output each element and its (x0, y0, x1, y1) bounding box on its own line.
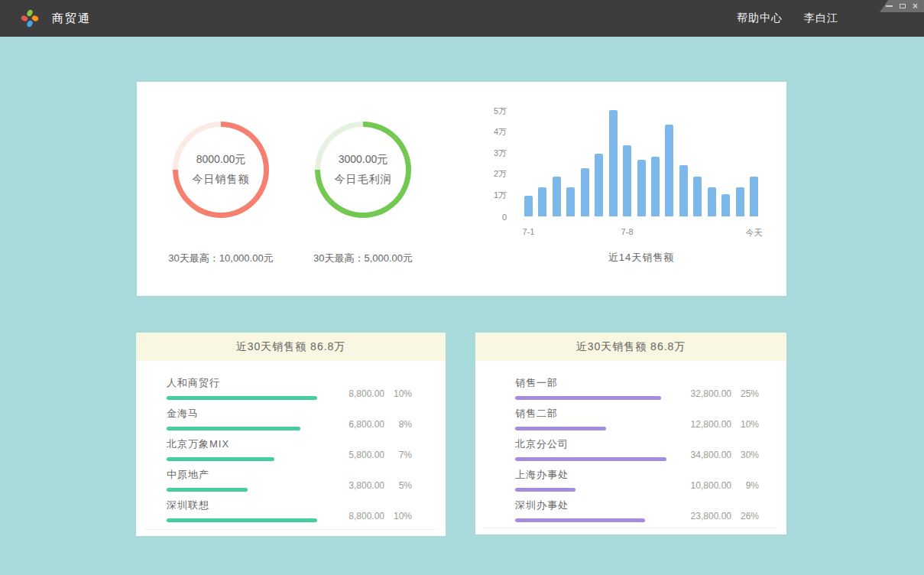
today-sales-label: 今日销售额 (193, 173, 250, 187)
user-menu[interactable]: 李白江 (804, 11, 838, 25)
list-item-bar (515, 518, 645, 522)
today-sales-ring: 8000.00元 今日销售额 (173, 122, 269, 218)
help-center-link[interactable]: 帮助中心 (737, 11, 783, 25)
list-item: 金海马6,800.008% (167, 407, 412, 430)
bar (637, 160, 646, 216)
today-profit-center: 3000.00元 今日毛利润 (320, 127, 406, 213)
bar (581, 168, 589, 216)
bar (609, 110, 618, 216)
list-item-bar (515, 488, 575, 492)
list-item-label: 销售一部 (515, 376, 681, 389)
bar-plot (524, 107, 758, 216)
x-axis-tick: 今天 (731, 227, 777, 239)
bar (623, 145, 631, 217)
window-controls: × (880, 0, 924, 12)
minimize-icon (886, 5, 893, 7)
list-item-percent: 5% (384, 480, 412, 491)
list-item-label: 深圳办事处 (515, 499, 681, 512)
list-item-bar (515, 427, 606, 430)
customer-sales-card: 近30天销售额 86.8万 人和商贸行8,800.0010%金海马6,800.0… (136, 333, 446, 536)
y-axis-tick: 1万 (478, 190, 507, 201)
close-button[interactable]: × (913, 2, 918, 10)
y-axis-tick: 5万 (478, 106, 507, 117)
list-item-bar (167, 457, 274, 461)
today-profit-label: 今日毛利润 (335, 173, 392, 187)
list-item-bar (167, 427, 300, 430)
maximize-button[interactable] (900, 4, 906, 8)
list-item-label: 销售二部 (515, 407, 681, 420)
list-item-value: 8,800.00 (334, 511, 384, 521)
list-item: 中原地产3,800.005% (167, 468, 412, 492)
customer-sales-list: 人和商贸行8,800.0010%金海马6,800.008%北京万象MIX5,80… (136, 361, 446, 522)
bar-chart-14days: 01万2万3万4万5万7-17-8今天 (524, 107, 758, 216)
list-item-value: 23,800.00 (681, 511, 731, 521)
bar (524, 196, 533, 217)
minimize-button[interactable] (886, 5, 893, 7)
brand: 商贸通 (20, 0, 91, 37)
list-item-percent: 8% (384, 419, 412, 430)
y-axis-tick: 0 (478, 213, 507, 222)
list-item: 上海办事处10,800.009% (515, 468, 759, 492)
list-item-percent: 25% (731, 388, 759, 399)
list-item-label: 深圳联想 (167, 499, 334, 512)
summary-card: 8000.00元 今日销售额 30天最高：10,000.00元 3000.00元… (137, 82, 786, 296)
app-title: 商贸通 (52, 11, 91, 26)
list-item-percent: 10% (384, 511, 412, 521)
list-item-percent: 26% (731, 511, 759, 521)
bar (750, 177, 758, 216)
list-item-value: 5,800.00 (334, 450, 384, 460)
list-item: 人和商贸行8,800.0010% (167, 376, 412, 400)
bar (566, 187, 575, 217)
maximize-icon (900, 4, 906, 8)
list-item-bar (167, 396, 317, 400)
customer-sales-card-title: 近30天销售额 86.8万 (136, 333, 446, 361)
bar (553, 177, 561, 216)
list-item-value: 34,800.00 (681, 450, 731, 460)
y-axis-tick: 3万 (478, 148, 507, 159)
list-item-label: 北京万象MIX (167, 437, 334, 450)
x-axis-tick: 7-1 (506, 227, 552, 236)
bar (651, 157, 660, 216)
list-item-bar (515, 396, 661, 400)
today-sales-center: 8000.00元 今日销售额 (178, 127, 264, 213)
list-item-value: 12,800.00 (681, 419, 731, 430)
donut-today-profit: 3000.00元 今日毛利润 30天最高：5,000.00元 (285, 122, 441, 265)
list-item-bar (167, 518, 317, 522)
list-item: 销售一部32,800.0025% (515, 376, 759, 400)
today-profit-30day-max: 30天最高：5,000.00元 (285, 252, 441, 265)
bar (708, 187, 716, 217)
department-sales-card: 近30天销售额 86.8万 销售一部32,800.0025%销售二部12,800… (475, 333, 786, 534)
list-item-bar (515, 457, 666, 461)
today-sales-30day-max: 30天最高：10,000.00元 (143, 252, 299, 265)
list-item-percent: 10% (731, 419, 759, 430)
list-item-value: 10,800.00 (681, 480, 731, 491)
bar (736, 187, 744, 217)
list-item-label: 中原地产 (167, 468, 334, 481)
list-item-value: 6,800.00 (334, 419, 384, 430)
department-sales-list: 销售一部32,800.0025%销售二部12,800.0010%北京分公司34,… (475, 361, 786, 522)
y-axis-tick: 4万 (478, 126, 507, 138)
list-item-value: 3,800.00 (334, 480, 384, 491)
list-item-percent: 7% (384, 450, 412, 460)
list-item-value: 32,800.00 (681, 388, 731, 399)
list-item-label: 金海马 (167, 407, 334, 420)
bar-chart-title: 近14天销售额 (524, 251, 758, 265)
bar (665, 125, 673, 216)
list-item-value: 8,800.00 (334, 388, 384, 399)
bar (538, 187, 546, 217)
list-item: 北京分公司34,800.0030% (515, 437, 759, 461)
list-item: 北京万象MIX5,800.007% (167, 437, 412, 461)
today-sales-value: 8000.00元 (196, 153, 246, 167)
bar (679, 165, 688, 216)
bar (721, 194, 730, 216)
list-item-percent: 9% (731, 480, 759, 491)
x-axis-tick: 7-8 (605, 227, 650, 236)
bar (693, 177, 702, 216)
list-item-label: 北京分公司 (515, 437, 681, 450)
list-item-percent: 10% (384, 388, 412, 399)
list-item-percent: 30% (731, 450, 759, 460)
today-profit-value: 3000.00元 (339, 153, 388, 167)
pinwheel-logo-icon (20, 8, 40, 28)
bar (595, 154, 603, 217)
list-item: 销售二部12,800.0010% (515, 407, 759, 430)
